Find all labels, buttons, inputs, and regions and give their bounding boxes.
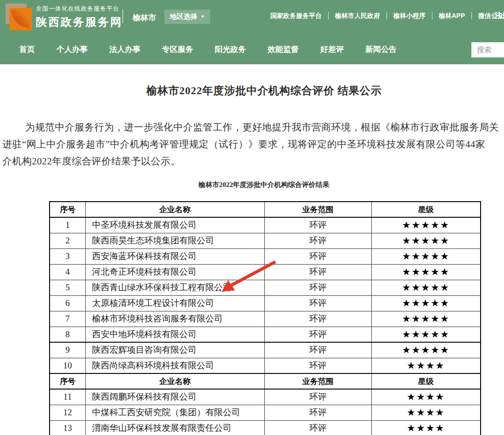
nav-item[interactable]: 新闻公告 — [365, 44, 397, 55]
row-number: 6 — [50, 295, 85, 311]
company-name: 太原核清环境工程设计有限公司 — [85, 295, 264, 311]
region-selector-label: 地区选择 — [170, 12, 197, 21]
star-rating: ★★★★★ — [371, 233, 481, 249]
row-number: 8 — [50, 327, 85, 342]
row-number: 3 — [50, 249, 85, 264]
company-name: 榆林市环境科技咨询服务有限公司 — [85, 311, 264, 327]
nav-item[interactable]: 效能监督 — [268, 44, 299, 55]
row-number: 2 — [50, 233, 85, 249]
star-rating: ★★★★★ — [371, 327, 481, 342]
business-scope: 环评 — [264, 389, 371, 405]
paragraph-line: 为规范中介服务行为，进一步强化中介监管工作，更好地提升我市营商环境，根据《榆林市… — [2, 119, 504, 136]
chevron-down-icon: ▼ — [201, 15, 205, 19]
company-name: 西安海蓝环保科技有限公司 — [85, 249, 264, 264]
evaluation-results-table: 序号企业名称业务范围星级1中圣环境科技发展有限公司环评★★★★★2陕西雨昊生态环… — [49, 201, 481, 435]
nav-items: 首页个人办事法人办事专区服务阳光政务效能监督好差评新闻公告 — [0, 34, 504, 64]
nav-item[interactable]: 个人办事 — [56, 44, 88, 55]
column-header: 星级 — [371, 373, 481, 389]
main-nav: 首页个人办事法人办事专区服务阳光政务效能监督好差评新闻公告 搜索 — [0, 34, 504, 64]
column-header: 星级 — [371, 202, 481, 217]
company-name: 陕西阔鹏环保科技有限公司 — [85, 389, 264, 405]
column-header: 业务范围 — [264, 373, 371, 389]
column-header: 序号 — [50, 202, 85, 217]
company-name: 陕西尚绿高科环境科技有限公司 — [85, 358, 264, 373]
site-header: 全国一体化在线政务服务平台 陕西政务服务网 榆林市 地区选择 ▼ 国家政务服务平… — [0, 0, 504, 64]
row-number: 5 — [50, 280, 85, 295]
business-scope: 环评 — [264, 280, 371, 295]
company-name: 河北奇正环境科技有限公司 — [85, 264, 264, 280]
company-name: 陕西青山绿水环保科技工程有限公司 — [85, 280, 264, 295]
nav-item[interactable]: 专区服务 — [162, 44, 193, 55]
company-name: 陕西雨昊生态环境集团有限公司 — [85, 233, 264, 249]
table-row: 10陕西尚绿高科环境科技有限公司环评★★★★ — [50, 358, 481, 373]
row-number: 11 — [50, 389, 85, 405]
table-row: 7榆林市环境科技咨询服务有限公司环评★★★★★ — [50, 311, 481, 327]
current-city-label: 榆林市 — [133, 12, 156, 23]
table-row: 9陕西宏辉项目咨询有限公司环评★★★★★ — [50, 342, 481, 358]
document-inner: 榆林市2022年度涉批中介机构综合评价 结果公示 为规范中介服务行为，进一步强化… — [0, 84, 504, 435]
row-number: 12 — [50, 405, 85, 420]
table-row: 12中煤科工西安研究院（集团）有限公司环评★★★★ — [50, 405, 481, 420]
business-scope: 环评 — [264, 358, 371, 373]
star-rating: ★★★★★ — [371, 311, 481, 327]
table-row: 3西安海蓝环保科技有限公司环评★★★★★ — [50, 249, 481, 264]
table-row: 13渭南华山环保科技发展有限责任公司环评★★★★ — [50, 420, 481, 435]
row-number: 7 — [50, 311, 85, 327]
star-rating: ★★★★★ — [371, 264, 481, 280]
company-name: 西安中地环境科技有限公司 — [85, 327, 264, 342]
company-name: 中圣环境科技发展有限公司 — [85, 217, 264, 233]
page-title: 榆林市2022年度涉批中介机构综合评价 结果公示 — [0, 84, 504, 98]
region-selector-button[interactable]: 地区选择 ▼ — [164, 10, 210, 24]
business-scope: 环评 — [264, 327, 371, 342]
header-link[interactable]: 榆林APP — [432, 12, 471, 19]
header-link[interactable]: 榆林市人民政府 — [328, 12, 386, 19]
table-row: 2陕西雨昊生态环境集团有限公司环评★★★★★ — [50, 233, 481, 249]
search-placeholder: 搜索 — [471, 42, 504, 57]
announcement-paragraph: 为规范中介服务行为，进一步强化中介监管工作，更好地提升我市营商环境，根据《榆林市… — [0, 119, 504, 170]
business-scope: 环评 — [264, 233, 371, 249]
row-number: 13 — [50, 420, 85, 435]
table-row: 5陕西青山绿水环保科技工程有限公司环评★★★★★ — [50, 280, 481, 295]
register-link[interactable]: 注册 — [495, 11, 504, 21]
site-name: 陕西政务服务网 — [36, 15, 123, 29]
row-number: 1 — [50, 217, 85, 233]
star-rating: ★★★★ — [371, 358, 481, 373]
header-divider — [123, 9, 123, 23]
nav-item[interactable]: 阳光政务 — [215, 44, 246, 55]
platform-tagline: 全国一体化在线政务服务平台 — [36, 5, 123, 13]
row-number: 10 — [50, 358, 85, 373]
nav-item[interactable]: 好差评 — [320, 44, 344, 55]
column-header: 业务范围 — [264, 202, 371, 217]
column-header: 企业名称 — [85, 202, 264, 217]
column-header: 企业名称 — [85, 373, 264, 389]
row-number: 4 — [50, 264, 85, 280]
star-rating: ★★★★ — [371, 420, 481, 435]
header-links: 国家政务服务平台榆林市人民政府榆林小程序榆林APP微信公众号 — [264, 12, 504, 19]
table-row: 1中圣环境科技发展有限公司环评★★★★★ — [50, 217, 481, 233]
table-row: 4河北奇正环境科技有限公司环评★★★★★ — [50, 264, 481, 280]
business-scope: 环评 — [264, 295, 371, 311]
star-rating: ★★★★★ — [371, 249, 481, 264]
business-scope: 环评 — [264, 342, 371, 358]
header-link[interactable]: 榆林小程序 — [386, 12, 432, 19]
company-name: 陕西宏辉项目咨询有限公司 — [85, 342, 264, 358]
search-input[interactable]: 搜索 — [471, 42, 504, 57]
business-scope: 环评 — [264, 311, 371, 327]
row-number: 9 — [50, 342, 85, 358]
star-rating: ★★★★ — [371, 405, 481, 420]
nav-item[interactable]: 首页 — [19, 44, 35, 55]
table-row: 8西安中地环境科技有限公司环评★★★★★ — [50, 327, 481, 342]
table-header-row: 序号企业名称业务范围星级 — [50, 373, 481, 389]
business-scope: 环评 — [264, 217, 371, 233]
business-scope: 环评 — [264, 405, 371, 420]
company-name: 渭南华山环保科技发展有限责任公司 — [85, 420, 264, 435]
paragraph-line: 进驻“网上中介服务超市”中介机构考评管理规定（试行）》要求，现将评定的中圣环境科… — [2, 136, 504, 153]
nav-item[interactable]: 法人办事 — [109, 44, 140, 55]
star-rating: ★★★★★ — [371, 342, 481, 358]
brand-block: 全国一体化在线政务服务平台 陕西政务服务网 — [36, 5, 123, 29]
column-header: 序号 — [50, 373, 85, 389]
site-logo[interactable] — [6, 4, 33, 30]
header-top-bar: 全国一体化在线政务服务平台 陕西政务服务网 榆林市 地区选择 ▼ 国家政务服务平… — [0, 0, 504, 34]
business-scope: 环评 — [264, 420, 371, 435]
header-link[interactable]: 国家政务服务平台 — [264, 12, 328, 19]
